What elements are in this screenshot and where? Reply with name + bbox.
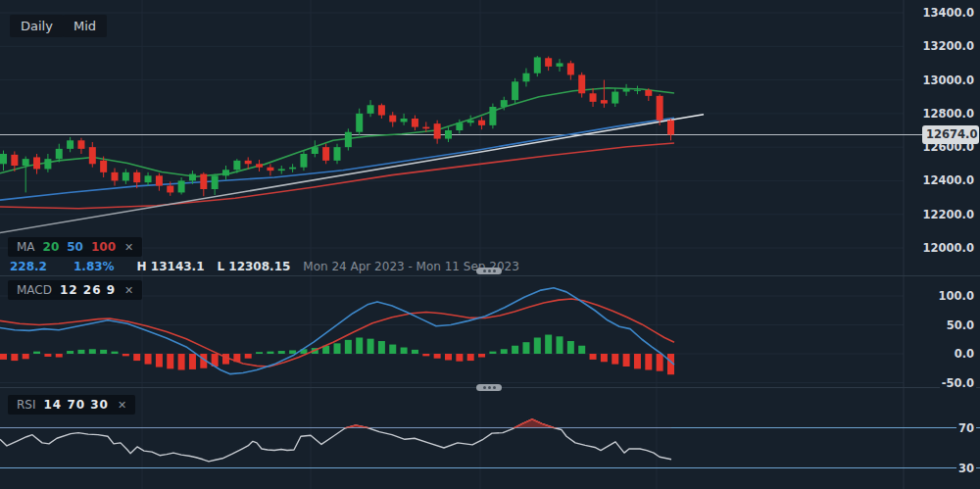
ma-close-icon[interactable]: ✕ [124,241,133,254]
axis-tick-label: 13000.0 [915,73,977,87]
ma-param-100: 100 [91,240,116,254]
axis-tick-label: 0.0 [915,347,977,361]
macd-params: 12 26 9 [60,283,116,297]
axis-tick-label: 12000.0 [915,241,977,255]
axis-tick-label: 12200.0 [915,208,977,221]
axis-tick-label: 30 [915,462,977,475]
ma-param-20: 20 [43,240,60,254]
axis-tick-label: -50.0 [915,376,977,390]
macd-legend[interactable]: MACD 12 26 9 ✕ [8,280,142,300]
app-window: Daily Mid MA 20 50 100 ✕ 228.2 1.83% H 1… [0,0,980,489]
rsi-legend[interactable]: RSI 14 70 30 ✕ [8,395,135,415]
pane-resize-handle-macd[interactable] [476,268,502,274]
axis-tick-label: 50.0 [915,318,977,332]
ma-legend[interactable]: MA 20 50 100 ✕ [8,237,142,257]
axis-tick-label: 13400.0 [915,6,977,20]
rsi-close-icon[interactable]: ✕ [118,399,126,412]
axis-tick-label: 12800.0 [915,107,977,121]
pane-resize-handle-rsi[interactable] [476,384,502,391]
axis-tick-label: 100.0 [915,289,977,303]
timeframe-daily-button[interactable]: Daily [10,15,64,37]
axis-tick-label: 13200.0 [915,39,977,53]
ma-param-50: 50 [67,240,83,254]
range-low: L 12308.15 [218,260,291,273]
rsi-legend-name: RSI [17,398,36,412]
macd-legend-name: MACD [17,283,52,297]
ma-legend-name: MA [17,240,35,254]
rsi-params: 14 70 30 [44,398,109,412]
last-price-tag: 12674.0 [922,125,979,144]
change-percent: 1.83% [74,260,115,273]
change-value: 228.2 [10,260,47,273]
chart-canvas[interactable] [0,0,980,489]
range-high: H 13143.1 [137,260,205,273]
ohlc-info-row: 228.2 1.83% H 13143.1 L 12308.15 Mon 24 … [10,260,519,273]
axis-tick-label: 70 [915,421,977,435]
timeframe-mid-button[interactable]: Mid [63,15,107,37]
macd-close-icon[interactable]: ✕ [124,284,133,297]
axis-tick-label: 12400.0 [915,173,977,187]
